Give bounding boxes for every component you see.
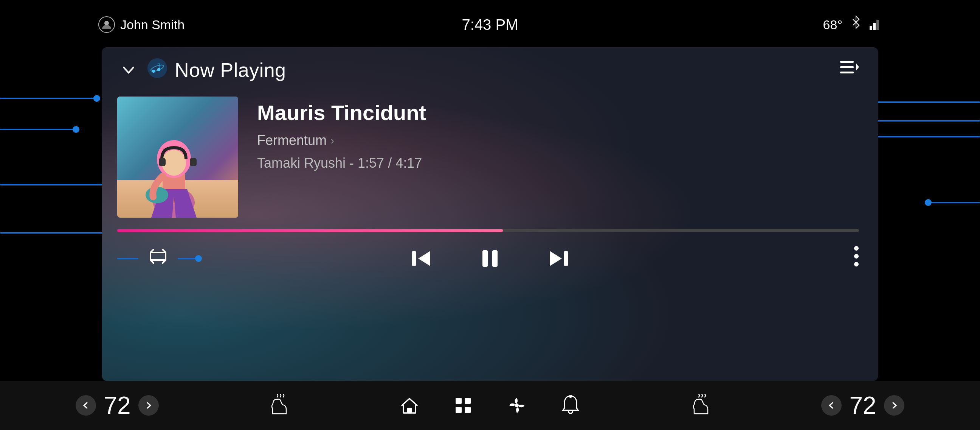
notification-button[interactable] xyxy=(561,395,581,416)
svg-point-4 xyxy=(148,58,167,78)
svg-rect-30 xyxy=(465,398,471,404)
right-temperature-value: 72 xyxy=(848,392,878,419)
home-button[interactable] xyxy=(399,396,419,415)
next-button[interactable] xyxy=(543,243,573,274)
progress-fill xyxy=(117,229,503,232)
svg-rect-21 xyxy=(412,251,416,266)
right-seat-heat-icon[interactable] xyxy=(691,394,711,417)
svg-point-25 xyxy=(854,246,859,251)
svg-rect-8 xyxy=(840,61,854,63)
username-label: John Smith xyxy=(120,18,185,32)
apps-button[interactable] xyxy=(453,396,473,415)
track-artist-time: Tamaki Ryushi - 1:57 / 4:17 xyxy=(257,155,859,171)
left-slider-3 xyxy=(0,184,111,185)
signal-icon xyxy=(870,16,882,34)
left-slider-2 xyxy=(0,129,80,130)
left-slider-1 xyxy=(0,98,100,99)
svg-rect-31 xyxy=(456,407,461,413)
left-seat-heat-icon[interactable] xyxy=(270,394,289,417)
track-title: Mauris Tincidunt xyxy=(257,100,859,125)
user-profile[interactable]: John Smith xyxy=(98,16,185,33)
svg-point-34 xyxy=(569,395,572,398)
svg-rect-29 xyxy=(456,398,461,404)
svg-rect-2 xyxy=(873,23,876,30)
svg-rect-19 xyxy=(190,158,197,166)
queue-icon[interactable] xyxy=(840,59,859,81)
svg-point-33 xyxy=(515,403,519,407)
track-album[interactable]: Fermentum › xyxy=(257,133,859,149)
svg-point-26 xyxy=(854,254,859,259)
svg-rect-1 xyxy=(870,26,872,30)
svg-rect-23 xyxy=(492,250,498,267)
svg-marker-11 xyxy=(856,63,859,71)
right-slider-4 xyxy=(925,202,980,203)
clock: 7:43 PM xyxy=(462,16,519,33)
svg-rect-32 xyxy=(465,407,471,413)
right-temp-control: 72 xyxy=(821,392,904,419)
svg-point-27 xyxy=(854,262,859,267)
player-controls xyxy=(102,232,878,285)
track-info: Mauris Tincidunt Fermentum › Tamaki Ryus… xyxy=(257,96,859,171)
bottom-bar: 72 xyxy=(0,381,980,430)
album-art-inner xyxy=(117,96,238,217)
status-bar: John Smith 7:43 PM 68° xyxy=(0,0,980,49)
player-header: Now Playing xyxy=(102,47,878,89)
nav-icons xyxy=(399,395,581,416)
fan-button[interactable] xyxy=(507,396,527,415)
album-art xyxy=(117,96,238,217)
left-temp-increase-button[interactable] xyxy=(138,395,159,416)
progress-section[interactable] xyxy=(102,229,878,232)
right-temp-decrease-button[interactable] xyxy=(821,395,842,416)
left-slider-4 xyxy=(0,232,111,233)
temperature-label: 68° xyxy=(823,18,842,32)
pause-button[interactable] xyxy=(475,243,505,274)
header-left: Now Playing xyxy=(117,58,286,82)
svg-point-0 xyxy=(104,21,109,26)
svg-rect-9 xyxy=(840,66,854,68)
svg-rect-3 xyxy=(877,20,879,30)
left-temp-decrease-button[interactable] xyxy=(76,395,96,416)
svg-rect-22 xyxy=(482,250,488,267)
controls-left xyxy=(117,242,199,275)
progress-track[interactable] xyxy=(117,229,859,232)
status-indicators: 68° xyxy=(823,16,882,34)
player-body: Mauris Tincidunt Fermentum › Tamaki Ryus… xyxy=(102,89,878,225)
dropdown-button[interactable] xyxy=(117,59,140,82)
album-chevron-icon: › xyxy=(331,134,334,147)
svg-rect-18 xyxy=(159,158,165,166)
repeat-button[interactable] xyxy=(140,242,176,275)
svg-rect-28 xyxy=(407,408,412,413)
now-playing-title: Now Playing xyxy=(175,59,286,82)
previous-button[interactable] xyxy=(407,243,437,274)
controls-center xyxy=(407,243,573,274)
svg-rect-10 xyxy=(840,72,854,74)
music-note-icon xyxy=(148,58,167,82)
bluetooth-icon xyxy=(851,16,861,34)
svg-rect-24 xyxy=(564,251,568,266)
left-temperature-value: 72 xyxy=(102,392,132,419)
right-temp-increase-button[interactable] xyxy=(884,395,904,416)
player-panel: Now Playing xyxy=(102,47,878,381)
user-avatar-icon xyxy=(98,16,115,33)
more-options-button[interactable] xyxy=(854,245,859,272)
left-temp-control: 72 xyxy=(76,392,159,419)
